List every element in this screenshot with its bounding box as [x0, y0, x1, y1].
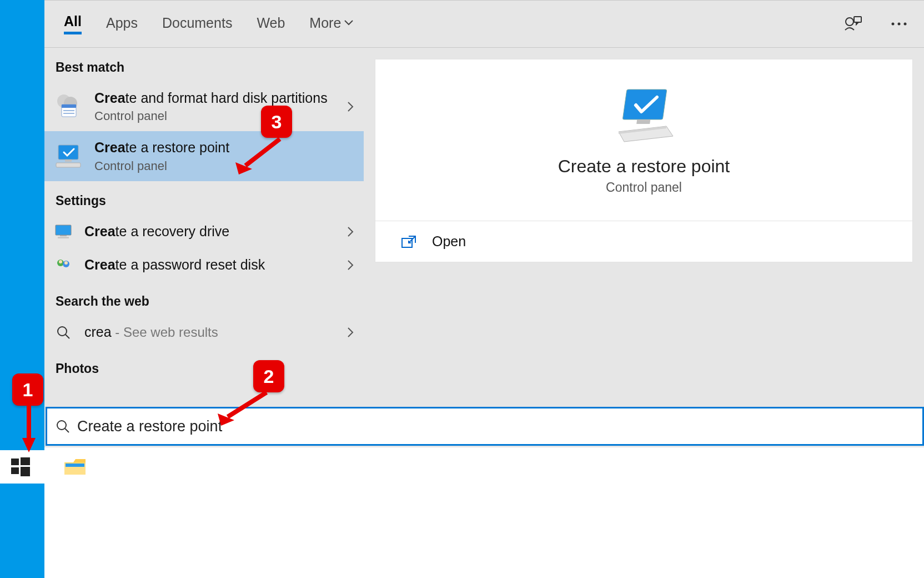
- svg-line-24: [66, 335, 69, 338]
- tab-documents[interactable]: Documents: [162, 15, 232, 33]
- taskbar: [0, 450, 924, 484]
- svg-point-0: [846, 18, 853, 26]
- taskbar-active-app-strip: [0, 0, 44, 578]
- result-title: Create a restore point: [94, 139, 354, 156]
- result-disk-partitions[interactable]: Create and format hard disk partitions C…: [44, 82, 364, 131]
- tab-more-label: More: [309, 15, 341, 31]
- section-photos: Photos: [44, 349, 364, 383]
- chevron-down-icon: [344, 20, 353, 26]
- result-title: crea - See web results: [84, 323, 334, 341]
- svg-rect-31: [21, 457, 30, 465]
- svg-point-3: [898, 23, 901, 26]
- tab-apps[interactable]: Apps: [106, 15, 138, 33]
- preview-open-label: Open: [432, 233, 466, 250]
- search-content: Best match Create and format hard disk p…: [44, 48, 924, 447]
- result-restore-point[interactable]: Create a restore point Control panel: [44, 131, 364, 181]
- svg-point-21: [59, 260, 62, 263]
- preview-card: Create a restore point Control panel: [375, 59, 913, 221]
- svg-line-29: [65, 428, 69, 432]
- result-web-search[interactable]: crea - See web results: [44, 316, 364, 349]
- search-icon: [52, 321, 74, 343]
- svg-rect-11: [58, 145, 78, 160]
- section-search-web: Search the web: [44, 282, 364, 316]
- file-explorer-icon[interactable]: [63, 457, 87, 477]
- svg-point-23: [58, 327, 67, 336]
- result-subtitle: Control panel: [94, 159, 354, 173]
- monitor-icon: [52, 221, 74, 243]
- preview-pane: Create a restore point Control panel Ope…: [364, 48, 924, 447]
- section-settings: Settings: [44, 181, 364, 215]
- svg-rect-26: [636, 119, 650, 124]
- svg-point-4: [904, 23, 907, 26]
- feedback-icon[interactable]: [843, 16, 863, 32]
- svg-rect-8: [62, 104, 76, 108]
- annotation-3: 3: [261, 106, 292, 138]
- search-tabs: All Apps Documents Web More: [44, 1, 924, 48]
- result-title: Create and format hard disk partitions: [94, 89, 334, 107]
- svg-rect-1: [854, 17, 861, 22]
- svg-rect-18: [58, 237, 69, 238]
- result-password-reset[interactable]: Create a password reset disk: [44, 248, 364, 282]
- preview-subtitle: Control panel: [606, 180, 682, 195]
- svg-point-2: [892, 23, 895, 26]
- svg-rect-9: [63, 110, 74, 111]
- monitor-check-large-icon: [611, 85, 677, 146]
- svg-rect-14: [56, 163, 81, 167]
- start-search-panel: All Apps Documents Web More: [44, 0, 924, 447]
- search-bar[interactable]: [46, 407, 924, 446]
- start-button[interactable]: [11, 457, 30, 476]
- svg-rect-17: [60, 235, 67, 236]
- control-panel-icon: [52, 91, 84, 123]
- svg-rect-10: [63, 113, 74, 114]
- tab-more[interactable]: More: [309, 15, 353, 33]
- svg-point-22: [64, 261, 68, 265]
- svg-rect-13: [65, 160, 72, 162]
- chevron-right-icon[interactable]: [347, 226, 354, 237]
- monitor-check-icon: [52, 140, 84, 172]
- results-list: Best match Create and format hard disk p…: [44, 48, 364, 447]
- svg-point-28: [57, 421, 66, 430]
- result-subtitle: Control panel: [94, 109, 334, 123]
- section-best-match: Best match: [44, 48, 364, 82]
- tab-all[interactable]: All: [64, 13, 82, 34]
- more-options-icon[interactable]: [891, 22, 907, 26]
- preview-open-action[interactable]: Open: [375, 221, 913, 262]
- chevron-right-icon[interactable]: [347, 260, 354, 271]
- annotation-2: 2: [253, 360, 284, 392]
- svg-rect-15: [56, 225, 71, 235]
- result-title: Create a password reset disk: [84, 256, 334, 273]
- search-icon: [55, 418, 71, 434]
- annotation-1: 1: [12, 373, 43, 406]
- svg-rect-25: [622, 89, 667, 119]
- chevron-right-icon[interactable]: [347, 327, 354, 338]
- users-icon: [52, 254, 74, 276]
- svg-rect-30: [11, 459, 19, 465]
- result-title: Create a recovery drive: [84, 223, 334, 240]
- svg-rect-35: [66, 464, 84, 467]
- open-icon: [401, 235, 416, 248]
- chevron-right-icon[interactable]: [347, 101, 354, 112]
- svg-rect-33: [21, 467, 30, 476]
- preview-title: Create a restore point: [558, 156, 730, 177]
- tab-web[interactable]: Web: [257, 15, 285, 33]
- search-input[interactable]: [77, 418, 915, 435]
- result-recovery-drive[interactable]: Create a recovery drive: [44, 215, 364, 248]
- svg-rect-32: [11, 467, 19, 474]
